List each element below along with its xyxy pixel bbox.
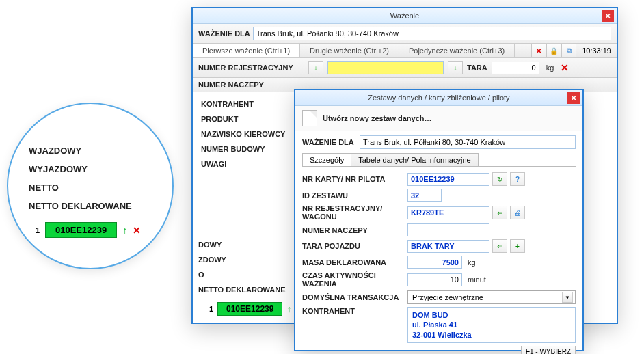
mag-row-index: 1: [29, 226, 40, 234]
nr-rej-label: NR REJESTRACYJNY/ WAGONU: [302, 204, 405, 221]
mag-card-code-badge[interactable]: 010EE12239: [45, 222, 117, 238]
front-titlebar: Zestawy danych / karty zbliżeniowe / pil…: [295, 90, 582, 106]
masa-dekl-unit: kg: [465, 258, 479, 267]
front-wazenie-dla-input[interactable]: [360, 135, 576, 149]
kontrahent-line3: 32-001 Wieliczka: [412, 330, 571, 340]
arrow-down-icon[interactable]: ↓: [308, 61, 323, 74]
nr-rej-value[interactable]: KR789TE: [407, 206, 489, 219]
numer-rej-label: NUMER REJESTRACYJNY: [198, 64, 304, 72]
clear-tara-icon[interactable]: ✕: [561, 62, 569, 73]
front-close-icon[interactable]: ✕: [567, 92, 580, 104]
tab-tabele-danych[interactable]: Tabele danych/ Pola informacyjne: [351, 153, 478, 166]
nr-karty-label: NR KARTY/ NR PILOTA: [302, 175, 405, 183]
front-window-title: Zestawy danych / karty zbliżeniowe / pil…: [368, 94, 509, 102]
inner-tabs: Szczegóły Tabele danych/ Pola informacyj…: [302, 153, 576, 167]
card-code-badge[interactable]: 010EE12239: [217, 302, 282, 316]
tab-szczegoly[interactable]: Szczegóły: [302, 153, 351, 166]
kontrahent-line1: DOM BUD: [412, 310, 571, 320]
magnifier-lens: WJAZDOWY WYJAZDOWY NETTO NETTO DEKLAROWA…: [7, 103, 174, 269]
domyslna-trans-value: Przyjęcie zewnętrzne: [412, 293, 483, 301]
numer-naczepy-label-f: NUMER NACZEPY: [302, 226, 405, 234]
masa-dekl-label: MASA DEKLAROWANA: [302, 258, 405, 267]
czas-akt-label: CZAS AKTYWNOŚCI WAŻENIA: [302, 271, 405, 288]
mag-wjazdowy: WJAZDOWY: [29, 141, 172, 160]
numer-naczepy-value[interactable]: [407, 223, 489, 236]
wazenie-dla-input[interactable]: [253, 27, 611, 40]
numer-naczepy-label: NUMER NACZEPY: [198, 81, 304, 89]
mag-arrow-up-icon[interactable]: ↑: [122, 225, 127, 236]
numer-rej-input[interactable]: [327, 61, 444, 74]
arrow-down-icon-2[interactable]: ↓: [448, 61, 463, 74]
page-icon: [302, 110, 317, 126]
wazenie-dla-label: WAŻENIE DLA: [198, 29, 250, 38]
clock: 10:33:19: [576, 44, 617, 57]
domyslna-trans-select[interactable]: Przyjęcie zewnętrzne ▼: [407, 290, 576, 304]
print-icon[interactable]: 🖨: [510, 206, 525, 219]
tara-unit: kg: [544, 64, 557, 72]
close-icon[interactable]: ✕: [602, 10, 614, 22]
tara-pojazdu-label: TARA POJAZDU: [302, 242, 405, 250]
add-icon[interactable]: +: [510, 239, 525, 253]
copy-icon[interactable]: ⧉: [561, 44, 576, 57]
back-arrow-icon-2[interactable]: ⇐: [492, 239, 507, 253]
mag-list-row: 1 010EE12239 ↑ ✕: [29, 222, 172, 238]
list-row: 1 010EE12239 ↑ ✕: [197, 299, 309, 318]
mag-wyjazdowy: WYJAZDOWY: [29, 160, 172, 178]
back-arrow-icon[interactable]: ⇐: [492, 206, 507, 219]
mag-remove-icon[interactable]: ✕: [133, 225, 141, 236]
zestawy-danych-window: Zestawy danych / karty zbliżeniowe / pil…: [294, 89, 584, 351]
id-zestawu-label: ID ZESTAWU: [302, 191, 405, 200]
domyslna-trans-label: DOMYŚLNA TRANSAKCJA: [302, 293, 405, 301]
refresh-icon[interactable]: ↻: [492, 172, 507, 186]
tara-value: 0: [492, 62, 539, 74]
lock-icon[interactable]: 🔒: [546, 44, 561, 57]
front-wazenie-dla-row: WAŻENIE DLA: [302, 134, 576, 150]
kontrahent-box: DOM BUD ul. Płaska 41 32-001 Wieliczka: [407, 307, 576, 343]
delete-icon[interactable]: ✕: [531, 44, 546, 57]
numer-rej-row: NUMER REJESTRACYJNY ↓ ↓ TARA 0 kg ✕: [193, 58, 617, 78]
id-zestawu-value[interactable]: 32: [407, 189, 442, 202]
front-subheader: Utwórz nowy zestaw danych…: [295, 106, 582, 131]
f1-wybierz-button[interactable]: F1 - WYBIERZ: [521, 346, 576, 354]
chevron-down-icon: ▼: [562, 292, 573, 303]
mag-netto-dekl: NETTO DEKLAROWANE: [29, 197, 172, 215]
front-wazenie-dla-label: WAŻENIE DLA: [302, 138, 357, 146]
tab-pierwsze[interactable]: Pierwsze ważenie (Ctrl+1): [193, 44, 300, 57]
czas-akt-unit: minut: [465, 275, 489, 284]
tab-drugie[interactable]: Drugie ważenie (Ctrl+2): [300, 44, 399, 57]
arrow-up-icon[interactable]: ↑: [286, 303, 291, 314]
tara-label: TARA: [467, 64, 487, 72]
front-subtitle: Utwórz nowy zestaw danych…: [323, 114, 432, 122]
help-icon[interactable]: ?: [510, 172, 525, 186]
nr-karty-value[interactable]: 010EE12239: [407, 173, 489, 186]
window-title: Ważenie: [390, 12, 419, 20]
partial-field-labels: DOWY ZDOWY O NETTO DEKLAROWANE: [198, 237, 286, 297]
kontrahent-label-f: KONTRAHENT: [302, 307, 405, 315]
wazenie-dla-row: WAŻENIE DLA: [193, 24, 617, 44]
tab-pojedyncze[interactable]: Pojedyncze ważenie (Ctrl+3): [399, 44, 515, 57]
titlebar: Ważenie ✕: [193, 8, 617, 24]
czas-akt-value[interactable]: 10: [407, 273, 462, 286]
masa-dekl-value[interactable]: 7500: [407, 256, 462, 269]
weighing-tabs: Pierwsze ważenie (Ctrl+1) Drugie ważenie…: [193, 44, 617, 58]
row-index: 1: [202, 305, 213, 313]
mag-netto: NETTO: [29, 178, 172, 197]
tara-pojazdu-value[interactable]: BRAK TARY: [407, 240, 489, 253]
kontrahent-line2: ul. Płaska 41: [412, 320, 571, 329]
